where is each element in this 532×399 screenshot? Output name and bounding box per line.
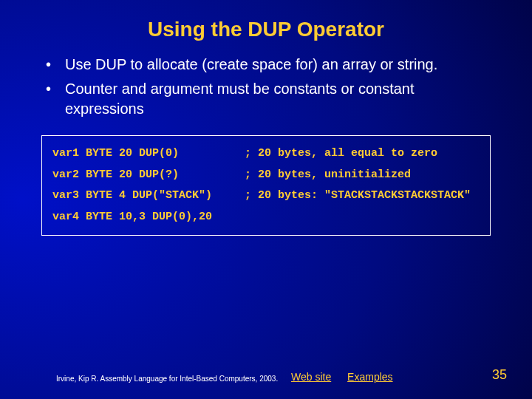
- code-decl: var1 BYTE 20 DUP(0): [52, 143, 245, 165]
- slide: Using the DUP Operator Use DUP to alloca…: [0, 0, 532, 399]
- code-comment: ; 20 bytes, uninitialized: [245, 168, 411, 181]
- code-example-box: var1 BYTE 20 DUP(0); 20 bytes, all equal…: [41, 135, 491, 236]
- examples-link[interactable]: Examples: [347, 371, 392, 383]
- bullet-list: Use DUP to allocate (create space for) a…: [0, 55, 532, 119]
- slide-title: Using the DUP Operator: [0, 0, 532, 55]
- footer-credit: Irvine, Kip R. Assembly Language for Int…: [56, 375, 278, 383]
- code-row: var3 BYTE 4 DUP("STACK"); 20 bytes: "STA…: [52, 185, 480, 207]
- bullet-item: Use DUP to allocate (create space for) a…: [44, 55, 488, 75]
- page-number: 35: [492, 367, 507, 383]
- code-decl: var2 BYTE 20 DUP(?): [52, 165, 245, 186]
- website-link[interactable]: Web site: [291, 371, 331, 383]
- bullet-item: Counter and argument must be constants o…: [44, 79, 488, 119]
- code-comment: ; 20 bytes: "STACKSTACKSTACKSTACK": [245, 189, 471, 202]
- footer-links: Web site Examples: [291, 371, 406, 383]
- code-row: var1 BYTE 20 DUP(0); 20 bytes, all equal…: [52, 143, 480, 165]
- code-row: var2 BYTE 20 DUP(?); 20 bytes, uninitial…: [52, 165, 480, 186]
- slide-footer: Irvine, Kip R. Assembly Language for Int…: [0, 368, 532, 383]
- code-row: var4 BYTE 10,3 DUP(0),20: [52, 207, 480, 228]
- code-comment: ; 20 bytes, all equal to zero: [245, 147, 437, 160]
- code-decl: var4 BYTE 10,3 DUP(0),20: [52, 207, 245, 228]
- code-decl: var3 BYTE 4 DUP("STACK"): [52, 185, 245, 207]
